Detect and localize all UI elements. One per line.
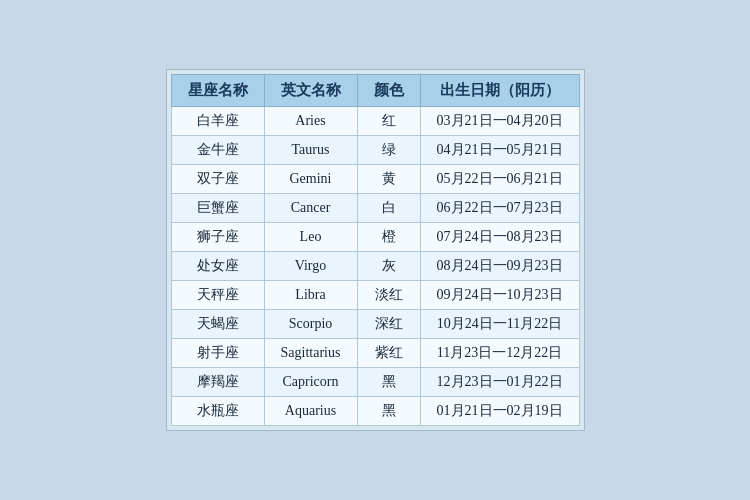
table-row: 白羊座Aries红03月21日一04月20日 [171, 107, 579, 136]
color-cell: 淡红 [357, 281, 420, 310]
english-name: Capricorn [264, 368, 357, 397]
color-cell: 白 [357, 194, 420, 223]
chinese-name: 天蝎座 [171, 310, 264, 339]
english-name: Aquarius [264, 397, 357, 426]
table-row: 巨蟹座Cancer白06月22日一07月23日 [171, 194, 579, 223]
english-name: Gemini [264, 165, 357, 194]
english-name: Virgo [264, 252, 357, 281]
dates-cell: 01月21日一02月19日 [420, 397, 579, 426]
color-cell: 红 [357, 107, 420, 136]
dates-cell: 05月22日一06月21日 [420, 165, 579, 194]
dates-cell: 10月24日一11月22日 [420, 310, 579, 339]
chinese-name: 天秤座 [171, 281, 264, 310]
table-row: 摩羯座Capricorn黑12月23日一01月22日 [171, 368, 579, 397]
color-cell: 黑 [357, 397, 420, 426]
table-row: 射手座Sagittarius紫红11月23日一12月22日 [171, 339, 579, 368]
dates-cell: 11月23日一12月22日 [420, 339, 579, 368]
chinese-name: 金牛座 [171, 136, 264, 165]
table-row: 水瓶座Aquarius黑01月21日一02月19日 [171, 397, 579, 426]
english-name: Cancer [264, 194, 357, 223]
chinese-name: 水瓶座 [171, 397, 264, 426]
color-cell: 紫红 [357, 339, 420, 368]
english-name: Taurus [264, 136, 357, 165]
table-row: 狮子座Leo橙07月24日一08月23日 [171, 223, 579, 252]
color-cell: 黄 [357, 165, 420, 194]
zodiac-table: 星座名称 英文名称 颜色 出生日期（阳历） 白羊座Aries红03月21日一04… [171, 74, 580, 426]
table-body: 白羊座Aries红03月21日一04月20日金牛座Taurus绿04月21日一0… [171, 107, 579, 426]
col-header-color: 颜色 [357, 75, 420, 107]
dates-cell: 08月24日一09月23日 [420, 252, 579, 281]
color-cell: 橙 [357, 223, 420, 252]
col-header-english: 英文名称 [264, 75, 357, 107]
chinese-name: 白羊座 [171, 107, 264, 136]
zodiac-table-container: 星座名称 英文名称 颜色 出生日期（阳历） 白羊座Aries红03月21日一04… [166, 69, 585, 431]
col-header-dates: 出生日期（阳历） [420, 75, 579, 107]
table-row: 金牛座Taurus绿04月21日一05月21日 [171, 136, 579, 165]
chinese-name: 狮子座 [171, 223, 264, 252]
dates-cell: 12月23日一01月22日 [420, 368, 579, 397]
dates-cell: 04月21日一05月21日 [420, 136, 579, 165]
table-row: 天秤座Libra淡红09月24日一10月23日 [171, 281, 579, 310]
table-row: 天蝎座Scorpio深红10月24日一11月22日 [171, 310, 579, 339]
table-row: 双子座Gemini黄05月22日一06月21日 [171, 165, 579, 194]
chinese-name: 摩羯座 [171, 368, 264, 397]
dates-cell: 09月24日一10月23日 [420, 281, 579, 310]
chinese-name: 双子座 [171, 165, 264, 194]
english-name: Leo [264, 223, 357, 252]
dates-cell: 06月22日一07月23日 [420, 194, 579, 223]
chinese-name: 处女座 [171, 252, 264, 281]
color-cell: 绿 [357, 136, 420, 165]
col-header-chinese: 星座名称 [171, 75, 264, 107]
chinese-name: 射手座 [171, 339, 264, 368]
table-header-row: 星座名称 英文名称 颜色 出生日期（阳历） [171, 75, 579, 107]
color-cell: 灰 [357, 252, 420, 281]
table-row: 处女座Virgo灰08月24日一09月23日 [171, 252, 579, 281]
dates-cell: 03月21日一04月20日 [420, 107, 579, 136]
english-name: Libra [264, 281, 357, 310]
chinese-name: 巨蟹座 [171, 194, 264, 223]
color-cell: 黑 [357, 368, 420, 397]
english-name: Aries [264, 107, 357, 136]
english-name: Scorpio [264, 310, 357, 339]
color-cell: 深红 [357, 310, 420, 339]
english-name: Sagittarius [264, 339, 357, 368]
dates-cell: 07月24日一08月23日 [420, 223, 579, 252]
